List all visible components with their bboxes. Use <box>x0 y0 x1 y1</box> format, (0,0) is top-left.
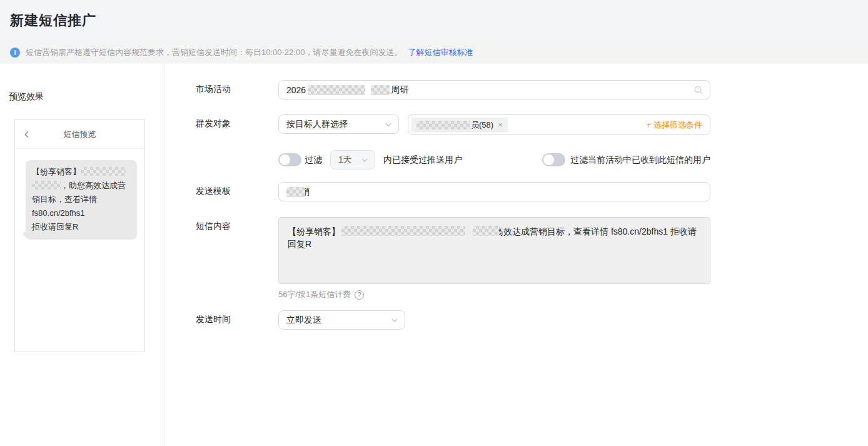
char-count-text: 56字/按1条短信计费 <box>278 289 351 300</box>
sms-content-textarea: 【纷享销客】高效达成营销目标，查看详情 fs80.cn/2bfhs1 拒收请回复… <box>278 217 710 284</box>
tag-close-icon[interactable]: × <box>498 120 503 129</box>
preview-panel: 预览效果 短信预览 【纷享销客】，助您高效达成营销目标，查看详情 fs80.cn… <box>0 64 164 446</box>
send-time-select[interactable]: 立即发送 <box>278 310 405 330</box>
template-row: 发送模板 销 <box>196 182 868 201</box>
campaign-value-prefix: 2026 <box>286 85 306 95</box>
banner-text: 短信营销需严格遵守短信内容规范要求，营销短信发送时间：每日10:00-22:00… <box>26 47 402 58</box>
audience-tag: 员(58) × <box>411 118 508 133</box>
preview-card-title: 短信预览 <box>64 129 96 140</box>
redacted-block <box>32 181 61 190</box>
campaign-label: 市场活动 <box>196 80 278 99</box>
filter-options-row: 过滤 1天 内已接受过推送用户 过滤当前活动中已收到此短信的用户 <box>196 150 868 170</box>
send-time-label: 发送时间 <box>196 310 278 330</box>
duration-value: 1天 <box>338 155 352 166</box>
chevron-down-icon <box>361 156 368 164</box>
sms-bubble-wrap: 【纷享销客】，助您高效达成营销目标，查看详情 fs80.cn/2bfhs1 拒收… <box>15 149 144 240</box>
template-input[interactable]: 销 <box>278 182 710 201</box>
campaign-value-suffix: 周研 <box>391 84 408 96</box>
sms-content-prefix: 【纷享销客】 <box>288 226 340 236</box>
campaign-input[interactable]: 2026 周研 <box>278 80 710 99</box>
sms-content-row: 短信内容 【纷享销客】高效达成营销目标，查看详情 fs80.cn/2bfhs1 … <box>196 217 868 284</box>
audience-select-value: 按目标人群选择 <box>286 119 348 130</box>
sms-preview-card: 短信预览 【纷享销客】，助您高效达成营销目标，查看详情 fs80.cn/2bfh… <box>14 119 145 352</box>
search-icon <box>694 85 704 95</box>
redacted-block <box>308 85 365 95</box>
filter-current-campaign-toggle[interactable] <box>542 153 565 166</box>
filter-toggle-label: 过滤 <box>305 155 322 166</box>
sms-message-bubble: 【纷享销客】，助您高效达成营销目标，查看详情 fs80.cn/2bfhs1 拒收… <box>26 160 137 240</box>
send-time-row: 发送时间 立即发送 <box>196 310 868 330</box>
help-icon[interactable]: ? <box>355 290 364 300</box>
sms-promotion-page: 新建短信推广 i 短信营销需严格遵守短信内容规范要求，营销短信发送时间：每日10… <box>0 0 868 446</box>
back-icon[interactable] <box>23 120 31 149</box>
filter-pushed-users-toggle[interactable] <box>278 153 301 166</box>
content-area: 预览效果 短信预览 【纷享销客】，助您高效达成营销目标，查看详情 fs80.cn… <box>0 64 868 446</box>
char-count-row: 56字/按1条短信计费 ? <box>278 289 868 300</box>
audience-tag-box[interactable]: 员(58) × + 选择筛选条件 <box>408 114 710 135</box>
redacted-block <box>286 187 305 197</box>
send-time-value: 立即发送 <box>286 315 321 326</box>
page-title: 新建短信推广 <box>10 11 96 30</box>
redacted-block <box>81 167 126 176</box>
sms-content-label: 短信内容 <box>196 217 278 284</box>
promotion-form: 市场活动 2026 周研 群发对象 <box>164 64 868 446</box>
review-standards-link[interactable]: 了解短信审核标准 <box>408 47 473 58</box>
duration-suffix-label: 内已接受过推送用户 <box>383 155 462 166</box>
campaign-row: 市场活动 2026 周研 <box>196 80 868 99</box>
chevron-down-icon <box>391 317 398 324</box>
preview-section-title: 预览效果 <box>9 91 164 103</box>
sms-text: 拒收请回复R <box>32 222 78 231</box>
redacted-block <box>371 85 390 95</box>
info-banner: i 短信营销需严格遵守短信内容规范要求，营销短信发送时间：每日10:00-22:… <box>0 41 868 64</box>
template-label: 发送模板 <box>196 182 278 201</box>
duration-select[interactable]: 1天 <box>330 150 375 170</box>
info-icon: i <box>10 48 20 58</box>
redacted-block <box>416 121 470 129</box>
redacted-block <box>473 226 499 236</box>
chevron-down-icon <box>385 121 392 128</box>
filter-current-campaign-label: 过滤当前活动中已收到此短信的用户 <box>570 155 710 166</box>
redacted-block <box>341 226 465 236</box>
audience-tag-label: 员(58) <box>471 119 493 131</box>
select-filter-criteria-link[interactable]: + 选择筛选条件 <box>647 119 702 131</box>
sms-sender: 【纷享销客】 <box>32 167 81 176</box>
audience-row: 群发对象 按目标人群选择 员(58) × + 选 <box>196 114 868 135</box>
page-header: 新建短信推广 <box>0 0 868 41</box>
audience-select[interactable]: 按目标人群选择 <box>278 114 399 134</box>
audience-label: 群发对象 <box>196 114 278 135</box>
preview-card-header: 短信预览 <box>15 120 144 149</box>
